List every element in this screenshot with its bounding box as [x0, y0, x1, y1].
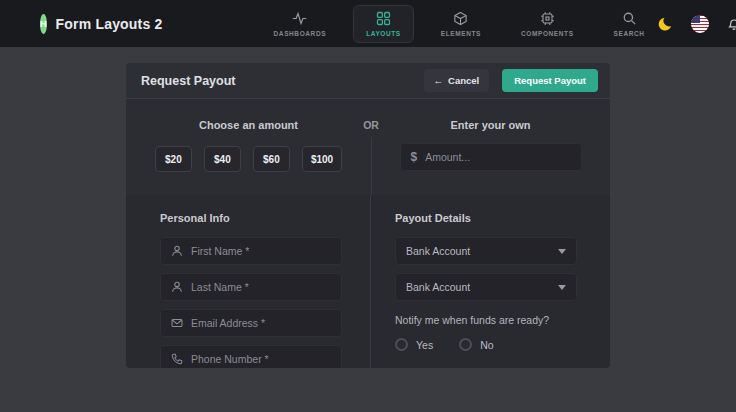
chevron-down-icon — [558, 285, 566, 290]
bank-account-select-2[interactable]: Bank Account — [395, 273, 577, 301]
nav-item-layouts[interactable]: LAYOUTS — [353, 5, 414, 43]
cpu-icon — [540, 11, 555, 26]
radio-circle-icon — [395, 338, 408, 351]
cancel-button[interactable]: ← Cancel — [424, 69, 490, 92]
nav-item-label: ELEMENTS — [441, 30, 481, 37]
radio-no-label: No — [480, 339, 493, 351]
dollar-icon: $ — [411, 150, 418, 164]
enter-your-own-group: Enter your own $ — [371, 99, 610, 195]
first-name-field[interactable] — [160, 237, 342, 265]
amount-section: Choose an amount $20 $40 $60 $100 OR Ent… — [126, 99, 610, 195]
chevron-down-icon — [558, 249, 566, 254]
card-header: Request Payout ← Cancel Request Payout — [126, 63, 610, 99]
payout-details-heading: Payout Details — [395, 212, 577, 224]
cube-icon — [453, 11, 468, 26]
top-navbar: H Form Layouts 2 DASHBOARDS LAYOUTS E — [0, 0, 736, 47]
search-icon — [622, 11, 637, 26]
custom-amount-field[interactable]: $ — [400, 143, 582, 171]
activity-icon — [292, 11, 307, 26]
radio-no[interactable]: No — [459, 338, 493, 351]
nav-item-label: DASHBOARDS — [274, 30, 327, 37]
last-name-input[interactable] — [191, 281, 331, 293]
email-field[interactable] — [160, 309, 342, 337]
email-input[interactable] — [191, 317, 331, 329]
main-nav: DASHBOARDS LAYOUTS ELEMENTS — [261, 5, 658, 43]
amount-preset-100[interactable]: $100 — [302, 146, 342, 172]
phone-icon — [171, 353, 183, 365]
nav-item-label: LAYOUTS — [366, 30, 401, 37]
nav-item-elements[interactable]: ELEMENTS — [428, 5, 494, 43]
amount-preset-60[interactable]: $60 — [253, 146, 290, 172]
card-actions: ← Cancel Request Payout — [424, 69, 598, 92]
language-selector-button[interactable] — [691, 15, 709, 33]
email-icon — [171, 317, 183, 329]
payout-details-column: Payout Details Bank Account Bank Account… — [371, 195, 610, 368]
amount-preset-40[interactable]: $40 — [204, 146, 241, 172]
grid-icon — [376, 11, 391, 26]
page-title: Form Layouts 2 — [56, 16, 163, 32]
notify-question: Notify me when funds are ready? — [395, 314, 577, 326]
notifications-button[interactable] — [726, 16, 736, 32]
personal-info-column: Personal Info — [126, 195, 371, 368]
nav-item-label: SEARCH — [614, 30, 645, 37]
person-icon — [171, 245, 183, 257]
request-payout-button[interactable]: Request Payout — [502, 69, 598, 92]
choose-amount-group: Choose an amount $20 $40 $60 $100 — [126, 99, 371, 195]
last-name-field[interactable] — [160, 273, 342, 301]
theme-toggle-button[interactable] — [658, 16, 674, 32]
select-value: Bank Account — [406, 245, 470, 257]
bell-icon — [726, 16, 736, 32]
nav-item-dashboards[interactable]: DASHBOARDS — [261, 5, 340, 43]
phone-input[interactable] — [191, 353, 331, 365]
select-value: Bank Account — [406, 281, 470, 293]
radio-yes-label: Yes — [416, 339, 433, 351]
card-title: Request Payout — [141, 74, 235, 88]
phone-field[interactable] — [160, 345, 342, 368]
cancel-button-label: Cancel — [448, 75, 479, 86]
notify-radio-group: Yes No — [395, 338, 577, 351]
topbar-actions — [658, 11, 736, 36]
amount-preset-20[interactable]: $20 — [155, 146, 192, 172]
nav-item-label: COMPONENTS — [521, 30, 574, 37]
us-flag-icon — [691, 15, 709, 33]
back-arrow-icon: ← — [434, 75, 444, 86]
radio-circle-icon — [459, 338, 472, 351]
amount-presets: $20 $40 $60 $100 — [155, 146, 342, 172]
nav-item-components[interactable]: COMPONENTS — [508, 5, 587, 43]
bank-account-select-1[interactable]: Bank Account — [395, 237, 577, 265]
radio-yes[interactable]: Yes — [395, 338, 433, 351]
nav-item-search[interactable]: SEARCH — [601, 5, 658, 43]
enter-your-own-heading: Enter your own — [450, 119, 530, 131]
or-divider-label: OR — [361, 119, 381, 131]
moon-icon — [658, 16, 674, 32]
person-icon — [171, 281, 183, 293]
custom-amount-input[interactable] — [425, 151, 570, 163]
personal-info-heading: Personal Info — [160, 212, 342, 224]
choose-amount-heading: Choose an amount — [199, 119, 298, 131]
first-name-input[interactable] — [191, 245, 331, 257]
request-payout-card: Request Payout ← Cancel Request Payout C… — [126, 63, 610, 368]
form-section: Personal Info — [126, 195, 610, 368]
context-avatar[interactable]: H — [40, 14, 47, 34]
